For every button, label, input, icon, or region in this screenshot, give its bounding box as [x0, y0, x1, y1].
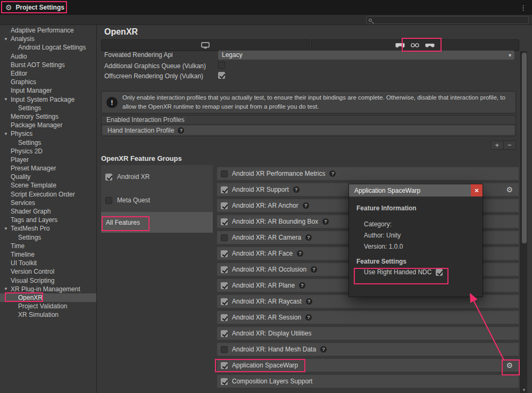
feature-groups-panel: Android XR Meta Quest All Features	[101, 165, 213, 233]
sidebar-item-xr-plug-in-management[interactable]: ▼XR Plug-in Management	[0, 285, 96, 293]
sidebar-item-physics[interactable]: ▼Physics	[0, 129, 96, 138]
feature-group-android-xr[interactable]: Android XR	[101, 165, 213, 189]
feature-checkbox[interactable]	[221, 202, 228, 209]
meta-quest-group-checkbox[interactable]	[105, 197, 112, 204]
help-icon[interactable]: ?	[178, 127, 184, 134]
sidebar-item-editor[interactable]: Editor	[0, 69, 96, 78]
additional-graphics-queue-checkbox[interactable]	[218, 62, 225, 69]
sidebar-item-ui-toolkit[interactable]: UI Toolkit	[0, 259, 96, 267]
window-menu-icon[interactable]: ⋮	[520, 4, 527, 12]
sidebar-item-script-execution-order[interactable]: Script Execution Order	[0, 190, 96, 199]
help-icon[interactable]: ?	[306, 298, 312, 305]
foveated-rendering-api-value: Legacy	[222, 51, 243, 59]
feature-settings-gear-icon[interactable]: ⚙	[506, 361, 513, 370]
additional-graphics-queue-label: Additional Graphics Queue (Vulkan)	[104, 62, 206, 70]
help-icon[interactable]: ?	[305, 234, 312, 241]
sidebar-item-physics-settings[interactable]: Settings	[0, 138, 96, 146]
search-icon	[369, 19, 372, 22]
add-profile-button[interactable]: +	[491, 141, 504, 149]
foldout-icon[interactable]: ▼	[4, 37, 11, 42]
feature-checkbox[interactable]	[221, 250, 228, 257]
help-icon[interactable]: ?	[303, 202, 309, 209]
feature-checkbox[interactable]	[221, 170, 228, 177]
help-icon[interactable]: ?	[293, 186, 300, 193]
info-box: ! Only enable interaction profiles that …	[101, 91, 516, 113]
popup-title: Application SpaceWarp	[349, 187, 420, 194]
interaction-profiles-header: Enabled Interaction Profiles	[102, 116, 516, 125]
foldout-icon[interactable]: ▼	[4, 286, 11, 291]
feature-label: Android XR: Display Utilities	[232, 330, 311, 337]
scrollbar-thumb[interactable]	[522, 53, 527, 243]
help-icon[interactable]: ?	[311, 266, 317, 273]
popup-titlebar: Application SpaceWarp ×	[349, 184, 483, 196]
sidebar-item-burst-aot-settings[interactable]: Burst AOT Settings	[0, 61, 96, 69]
offscreen-rendering-only-checkbox[interactable]	[218, 72, 225, 79]
tab-xr-devices[interactable]	[311, 39, 519, 51]
sidebar-item-quality[interactable]: Quality	[0, 173, 96, 181]
sidebar-item-services[interactable]: Services	[0, 199, 96, 207]
feature-checkbox[interactable]	[221, 282, 228, 289]
hand-interaction-profile-row[interactable]: Hand Interaction Profile ?	[103, 126, 514, 135]
sidebar-item-preset-manager[interactable]: Preset Manager	[0, 164, 96, 173]
smart-glasses-icon	[425, 43, 435, 48]
android-xr-group-checkbox[interactable]	[105, 174, 112, 181]
foldout-icon[interactable]: ▼	[4, 97, 11, 102]
foveated-rendering-api-dropdown[interactable]: Legacy ▾	[218, 51, 514, 60]
sidebar-item-project-validation[interactable]: Project Validation	[0, 302, 96, 310]
sidebar-item-audio[interactable]: Audio	[0, 52, 96, 61]
feature-row-display-utilities: Android XR: Display Utilities	[217, 327, 519, 340]
tab-desktop[interactable]	[101, 39, 310, 51]
sidebar-item-shader-graph[interactable]: Shader Graph	[0, 207, 96, 216]
sidebar-item-xr-simulation[interactable]: XR Simulation	[0, 310, 96, 319]
feature-checkbox[interactable]	[221, 346, 228, 353]
sidebar-item-version-control[interactable]: Version Control	[0, 267, 96, 276]
feature-checkbox[interactable]	[221, 378, 228, 385]
feature-checkbox[interactable]	[221, 330, 228, 337]
sidebar-item-package-manager[interactable]: Package Manager	[0, 121, 96, 129]
feature-checkbox[interactable]	[221, 218, 228, 225]
use-right-handed-ndc-checkbox[interactable]	[436, 269, 443, 276]
search-field[interactable]	[366, 16, 529, 24]
sidebar-item-scene-template[interactable]: Scene Template	[0, 181, 96, 190]
sidebar-item-graphics[interactable]: Graphics	[0, 78, 96, 86]
sidebar-item-physics-2d[interactable]: Physics 2D	[0, 147, 96, 155]
popup-close-button[interactable]: ×	[471, 184, 483, 196]
feature-label: Android XR: AR Bounding Box	[232, 218, 318, 225]
foldout-icon[interactable]: ▼	[4, 132, 11, 136]
remove-profile-button[interactable]: −	[504, 141, 516, 149]
sidebar-item-player[interactable]: Player	[0, 155, 96, 164]
help-icon[interactable]: ?	[297, 250, 303, 257]
sidebar-item-analysis[interactable]: ▼Analysis	[0, 35, 96, 43]
sidebar-item-memory-settings[interactable]: Memory Settings	[0, 112, 96, 121]
all-features-button[interactable]: All Features	[101, 212, 213, 233]
foldout-icon[interactable]: ▼	[4, 226, 11, 231]
sidebar-item-textmesh-pro[interactable]: ▼TextMesh Pro	[0, 224, 96, 233]
feature-checkbox[interactable]	[221, 298, 228, 305]
help-icon[interactable]: ?	[329, 170, 336, 177]
sidebar-item-textmesh-pro-settings[interactable]: Settings	[0, 233, 96, 242]
sidebar-item-input-system-package[interactable]: ▼Input System Package	[0, 95, 96, 104]
feature-settings-gear-icon[interactable]: ⚙	[506, 185, 513, 194]
feature-checkbox[interactable]	[221, 186, 228, 193]
sidebar-item-tags-and-layers[interactable]: Tags and Layers	[0, 216, 96, 224]
search-input[interactable]	[375, 17, 526, 23]
sidebar-item-input-system-settings[interactable]: Settings	[0, 104, 96, 112]
feature-checkbox[interactable]	[221, 362, 228, 369]
sidebar-item-input-manager[interactable]: Input Manager	[0, 86, 96, 95]
sidebar-item-timeline[interactable]: Timeline	[0, 250, 96, 259]
sidebar-item-time[interactable]: Time	[0, 242, 96, 250]
help-icon[interactable]: ?	[322, 218, 329, 225]
help-icon[interactable]: ?	[320, 346, 327, 353]
help-icon[interactable]: ?	[299, 282, 305, 289]
feature-checkbox[interactable]	[221, 234, 228, 241]
scroll-down-button[interactable]: ▾	[521, 387, 527, 392]
feature-checkbox[interactable]	[221, 314, 228, 321]
sidebar-item-android-logcat-settings[interactable]: Android Logcat Settings	[0, 43, 96, 52]
sidebar-item-openxr[interactable]: OpenXR	[0, 293, 96, 302]
sidebar-item-visual-scripting[interactable]: Visual Scripting	[0, 276, 96, 284]
vertical-scrollbar[interactable]: ▾	[520, 51, 527, 393]
feature-checkbox[interactable]	[221, 266, 228, 273]
sidebar-item-adaptive-performance[interactable]: Adaptive Performance	[0, 26, 96, 35]
feature-group-meta-quest[interactable]: Meta Quest	[101, 189, 213, 212]
help-icon[interactable]: ?	[305, 314, 312, 321]
